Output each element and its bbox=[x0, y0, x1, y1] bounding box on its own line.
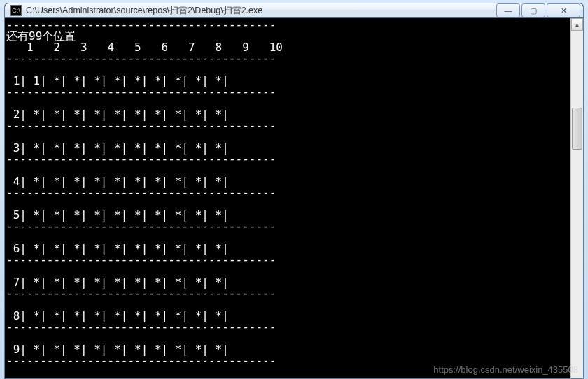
maximize-button[interactable]: ▢ bbox=[522, 3, 545, 17]
scroll-track[interactable] bbox=[571, 31, 583, 379]
console-area: ----------------------------------------… bbox=[5, 18, 583, 379]
scroll-thumb[interactable] bbox=[572, 108, 582, 150]
scroll-up-button[interactable]: ▲ bbox=[571, 18, 583, 31]
vertical-scrollbar[interactable]: ▲ ▼ bbox=[570, 18, 583, 379]
window-title: C:\Users\Administrator\source\repos\扫雷2\… bbox=[26, 5, 495, 17]
app-icon: C:\ bbox=[10, 5, 22, 16]
window-controls: — ▢ ✕ bbox=[495, 3, 580, 17]
minimize-button[interactable]: — bbox=[496, 3, 520, 17]
console-output[interactable]: ----------------------------------------… bbox=[5, 18, 570, 379]
titlebar[interactable]: C:\ C:\Users\Administrator\source\repos\… bbox=[5, 3, 583, 18]
console-window: C:\ C:\Users\Administrator\source\repos\… bbox=[4, 3, 584, 379]
close-button[interactable]: ✕ bbox=[547, 3, 580, 17]
